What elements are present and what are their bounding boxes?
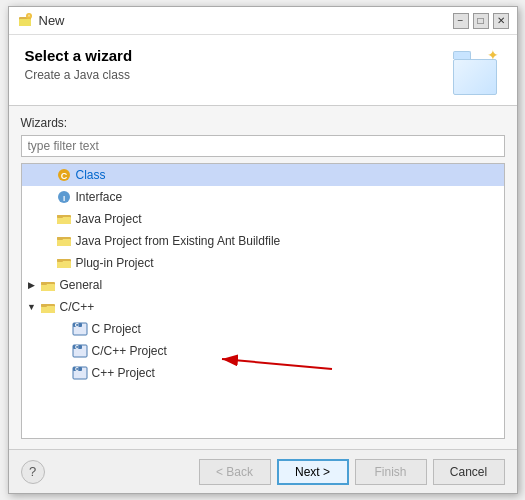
tree-arrow-class xyxy=(42,169,54,181)
tree-label-cpp-project: C/C++ Project xyxy=(92,344,167,358)
content-area: Wizards: C Class xyxy=(9,106,517,449)
wizards-label: Wizards: xyxy=(21,116,505,130)
tree-arrow-java-project-ant xyxy=(42,235,54,247)
tree-label-c-project: C Project xyxy=(92,322,141,336)
svg-rect-9 xyxy=(57,217,71,224)
back-button[interactable]: < Back xyxy=(199,459,271,485)
folder-tab xyxy=(453,51,471,59)
tree-item-plugin-project[interactable]: Plug-in Project xyxy=(22,252,504,274)
tree-label-interface: Interface xyxy=(76,190,123,204)
general-folder-icon xyxy=(40,277,56,293)
svg-rect-18 xyxy=(41,284,55,291)
cxx-project-icon: c xyxy=(72,365,88,381)
tree-item-interface[interactable]: I Interface xyxy=(22,186,504,208)
svg-rect-15 xyxy=(57,261,71,268)
interface-icon: I xyxy=(56,189,72,205)
svg-rect-12 xyxy=(57,239,71,246)
plugin-project-icon xyxy=(56,255,72,271)
maximize-button[interactable]: □ xyxy=(473,13,489,29)
java-project-ant-icon xyxy=(56,233,72,249)
tree-arrow-plugin-project xyxy=(42,257,54,269)
java-project-icon xyxy=(56,211,72,227)
minimize-button[interactable]: − xyxy=(453,13,469,29)
tree-label-java-project-ant: Java Project from Existing Ant Buildfile xyxy=(76,234,281,248)
svg-rect-13 xyxy=(57,237,63,240)
tree-label-class: Class xyxy=(76,168,106,182)
tree-item-java-project[interactable]: Java Project xyxy=(22,208,504,230)
wizard-subtitle: Create a Java class xyxy=(25,68,133,82)
sparkle-icon: ✦ xyxy=(487,47,499,63)
finish-button[interactable]: Finish xyxy=(355,459,427,485)
tree-label-general: General xyxy=(60,278,103,292)
class-icon: C xyxy=(56,167,72,183)
tree-item-java-project-ant[interactable]: Java Project from Existing Ant Buildfile xyxy=(22,230,504,252)
help-button[interactable]: ? xyxy=(21,460,45,484)
window-title: New xyxy=(39,13,453,28)
tree-label-java-project: Java Project xyxy=(76,212,142,226)
tree-item-cxx-project[interactable]: c C++ Project xyxy=(22,362,504,384)
header-text-area: Select a wizard Create a Java class xyxy=(25,47,133,82)
title-bar: New − □ ✕ xyxy=(9,7,517,35)
wizard-title: Select a wizard xyxy=(25,47,133,64)
window-icon xyxy=(17,13,33,29)
svg-rect-10 xyxy=(57,215,63,218)
cpp-project-icon: c xyxy=(72,343,88,359)
svg-rect-21 xyxy=(41,306,55,313)
tree-item-general[interactable]: ▶ General xyxy=(22,274,504,296)
tree-label-plugin-project: Plug-in Project xyxy=(76,256,154,270)
wizard-header: Select a wizard Create a Java class ✦ xyxy=(9,35,517,106)
svg-text:C: C xyxy=(60,171,67,181)
svg-text:c: c xyxy=(74,321,79,329)
c-project-icon: c xyxy=(72,321,88,337)
svg-text:c: c xyxy=(75,343,79,350)
tree-arrow-cpp-project xyxy=(58,345,70,357)
cancel-button[interactable]: Cancel xyxy=(433,459,505,485)
tree-arrow-java-project xyxy=(42,213,54,225)
tree-label-cpp-group: C/C++ xyxy=(60,300,95,314)
next-button[interactable]: Next > xyxy=(277,459,349,485)
wizard-image: ✦ xyxy=(453,47,501,95)
tree-item-cpp-project[interactable]: c C/C++ Project xyxy=(22,340,504,362)
tree-label-cxx-project: C++ Project xyxy=(92,366,155,380)
svg-rect-1 xyxy=(19,19,31,26)
close-button[interactable]: ✕ xyxy=(493,13,509,29)
window-controls: − □ ✕ xyxy=(453,13,509,29)
tree-item-class[interactable]: C Class xyxy=(22,164,504,186)
svg-text:c: c xyxy=(75,365,79,372)
svg-rect-16 xyxy=(57,259,63,262)
cpp-folder-icon xyxy=(40,299,56,315)
svg-text:I: I xyxy=(62,194,64,203)
tree-arrow-cpp: ▼ xyxy=(26,301,38,313)
tree-item-c-project[interactable]: c C Project xyxy=(22,318,504,340)
wizard-tree[interactable]: C Class I Interface xyxy=(21,163,505,439)
filter-input[interactable] xyxy=(21,135,505,157)
tree-item-cpp-group[interactable]: ▼ C/C++ xyxy=(22,296,504,318)
button-bar: ? < Back Next > Finish Cancel xyxy=(9,449,517,493)
folder-body xyxy=(453,59,497,95)
new-wizard-dialog: New − □ ✕ Select a wizard Create a Java … xyxy=(8,6,518,494)
tree-arrow-general: ▶ xyxy=(26,279,38,291)
tree-arrow-c-project xyxy=(58,323,70,335)
svg-rect-22 xyxy=(41,304,47,307)
tree-arrow-cxx-project xyxy=(58,367,70,379)
svg-rect-19 xyxy=(41,282,47,285)
tree-arrow-interface xyxy=(42,191,54,203)
